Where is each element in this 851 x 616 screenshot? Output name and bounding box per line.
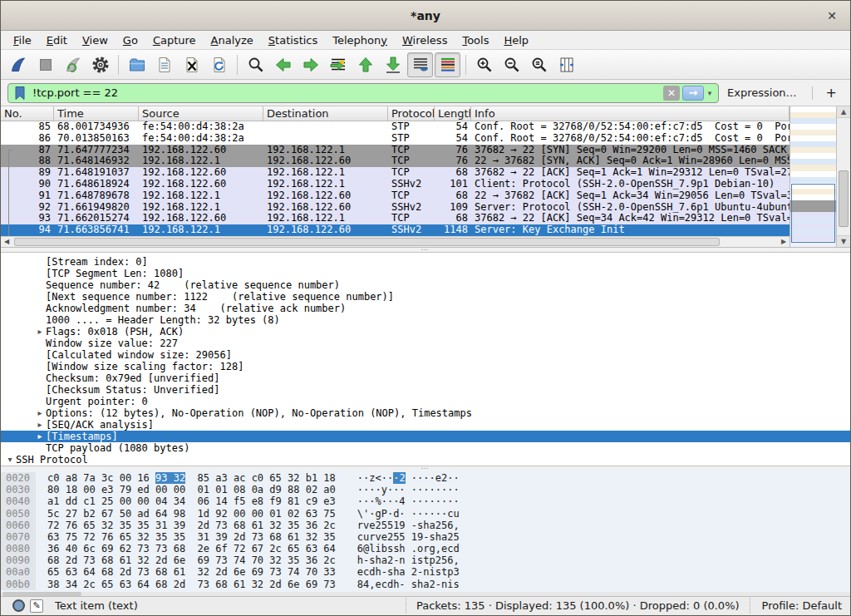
intelligent-scrollbar-minimap[interactable] [790, 106, 836, 247]
file-close-button[interactable] [179, 52, 204, 77]
colorize-button[interactable] [435, 52, 460, 77]
menu-analyze[interactable]: Analyze [204, 32, 261, 48]
column-header-dst[interactable]: Destination [263, 106, 388, 121]
menu-view[interactable]: View [75, 32, 116, 48]
menu-wireless[interactable]: Wireless [395, 32, 455, 48]
detail-line[interactable]: TCP payload (1080 bytes) [1, 442, 850, 454]
hex-hscrollbar[interactable] [1, 592, 850, 596]
filter-input[interactable]: !tcp.port == 22 ✕ → ▾ [7, 83, 719, 103]
hex-row-0070[interactable]: 007063 75 72 76 65 32 35 35 31 39 2d 73 … [1, 531, 850, 543]
go-forward-button[interactable] [298, 52, 323, 77]
hex-row-0080[interactable]: 008036 40 6c 69 62 73 73 68 2e 6f 72 67 … [1, 543, 850, 554]
detail-line[interactable]: [Window size scaling factor: 128] [1, 361, 850, 372]
expander-icon[interactable]: ▸ [34, 407, 46, 419]
menu-file[interactable]: File [6, 32, 39, 48]
detail-line[interactable]: [Calculated window size: 29056] [1, 349, 850, 361]
column-header-info[interactable]: Info [471, 106, 790, 121]
zoom-original-button[interactable] [526, 52, 552, 77]
hex-row-0030[interactable]: 003080 18 00 e3 79 ed 00 00 01 01 08 0a … [1, 484, 850, 495]
packet-row-90[interactable]: 9071.648618924192.168.122.60192.168.122.… [1, 179, 790, 190]
packet-row-94[interactable]: 9471.663856741192.168.122.1192.168.122.6… [1, 224, 790, 236]
expression-button[interactable]: Expression… [727, 86, 797, 99]
column-header-proto[interactable]: Protocol [388, 106, 435, 121]
resize-columns-button[interactable] [553, 52, 579, 77]
capture-comment-icon[interactable]: ✎ [30, 599, 43, 613]
packet-row-86[interactable]: 8670.013850163fe:54:00:d4:38:2aSTP54Conf… [1, 133, 790, 145]
menu-go[interactable]: Go [116, 32, 145, 48]
detail-line[interactable]: [Stream index: 0] [1, 256, 850, 268]
hex-row-0090[interactable]: 009068 2d 73 68 61 32 2d 6e 69 73 74 70 … [1, 554, 850, 566]
packet-row-92[interactable]: 9271.661949820192.168.122.1192.168.122.6… [1, 202, 790, 214]
filter-dropdown-icon[interactable]: ▾ [704, 89, 716, 97]
hex-row-0050[interactable]: 00505c 27 b2 67 50 ad 64 98 1d 92 00 00 … [1, 508, 850, 520]
vscroll-thumb[interactable] [839, 170, 849, 227]
auto-scroll-button[interactable] [407, 52, 433, 77]
detail-line[interactable]: ▸[SEQ/ACK analysis] [1, 419, 850, 431]
packet-row-88[interactable]: 8871.648146932192.168.122.1192.168.122.6… [1, 155, 790, 167]
menu-statistics[interactable]: Statistics [261, 32, 325, 48]
go-bottom-button[interactable] [380, 52, 406, 77]
hex-row-0060[interactable]: 006072 76 65 32 35 35 31 39 2d 73 68 61 … [1, 520, 850, 531]
scroll-down-icon[interactable]: ▼ [837, 235, 850, 247]
column-header-no[interactable]: No. [1, 106, 54, 121]
detail-line[interactable]: [Next sequence number: 1122 (relative se… [1, 291, 850, 303]
menu-edit[interactable]: Edit [39, 32, 75, 48]
find-packet-button[interactable] [243, 52, 268, 77]
file-save-button[interactable] [151, 52, 177, 77]
detail-line[interactable]: Acknowledgment number: 34 (relative ack … [1, 303, 850, 314]
capture-restart-button[interactable] [60, 52, 86, 77]
hex-row-00b0[interactable]: 00b038 34 2c 65 63 64 68 2d 73 68 61 32 … [1, 579, 850, 590]
zoom-out-button[interactable] [499, 52, 524, 77]
profile-button[interactable]: Profile: Default [750, 599, 845, 612]
filter-apply-icon[interactable]: → [682, 86, 704, 101]
bookmark-icon[interactable] [13, 86, 27, 101]
zoom-in-button[interactable] [471, 52, 497, 77]
expander-icon[interactable]: ▸ [34, 431, 46, 442]
expander-icon[interactable]: ▸ [34, 326, 46, 338]
detail-line[interactable]: 1000 .... = Header Length: 32 bytes (8) [1, 314, 850, 326]
go-to-packet-button[interactable] [325, 52, 351, 77]
column-header-src[interactable]: Source [139, 106, 263, 121]
go-back-button[interactable] [270, 52, 296, 77]
hscroll-thumb[interactable] [14, 238, 720, 246]
detail-line[interactable]: ▸Flags: 0x018 (PSH, ACK) [1, 326, 850, 338]
detail-line[interactable]: Sequence number: 42 (relative sequence n… [1, 279, 850, 291]
file-reload-button[interactable] [206, 52, 232, 77]
capture-stop-button[interactable] [32, 52, 58, 77]
close-icon[interactable]: ✕ [824, 7, 840, 24]
capture-options-button[interactable] [87, 52, 113, 77]
column-header-time[interactable]: Time [54, 106, 139, 121]
detail-line[interactable]: Window size value: 227 [1, 338, 850, 349]
hexscroll-thumb[interactable] [2, 592, 81, 596]
filter-value[interactable]: !tcp.port == 22 [27, 86, 663, 99]
detail-line[interactable]: [Checksum Status: Unverified] [1, 384, 850, 396]
hex-row-00a0[interactable]: 00a065 63 64 68 2d 73 68 61 32 2d 6e 69 … [1, 566, 850, 578]
packet-row-93[interactable]: 9371.662015274192.168.122.60192.168.122.… [1, 213, 790, 224]
detail-line[interactable]: [TCP Segment Len: 1080] [1, 268, 850, 279]
detail-line[interactable]: ▸[Timestamps] [1, 431, 850, 442]
capture-start-button[interactable] [5, 52, 31, 77]
column-header-len[interactable]: Length [435, 106, 471, 121]
packet-list-vscrollbar[interactable]: ▲ ▼ [836, 106, 850, 247]
packet-list-hscrollbar[interactable]: ◀ ▶ [1, 236, 790, 247]
packet-row-85[interactable]: 8568.001734936fe:54:00:d4:38:2aSTP54Conf… [1, 121, 790, 133]
detail-line[interactable]: Checksum: 0x79ed [unverified] [1, 372, 850, 384]
scroll-up-icon[interactable]: ▲ [837, 106, 850, 118]
expander-icon[interactable]: ▸ [34, 419, 46, 431]
packet-row-91[interactable]: 9171.648789678192.168.122.1192.168.122.6… [1, 190, 790, 202]
hex-row-0020[interactable]: 0020c0 a8 7a 3c 00 16 93 32 85 a3 ac c0 … [1, 472, 850, 484]
hex-row-0040[interactable]: 0040a1 dd c1 25 00 00 04 34 06 14 f5 e8 … [1, 495, 850, 507]
expander-icon[interactable]: ▾ [4, 454, 16, 466]
filter-clear-icon[interactable]: ✕ [663, 86, 680, 101]
file-open-button[interactable] [124, 52, 150, 77]
add-filter-button[interactable]: + [819, 85, 844, 101]
expert-info-icon[interactable] [12, 599, 25, 612]
minimap-viewport[interactable] [791, 184, 835, 243]
menu-help[interactable]: Help [496, 32, 536, 48]
scroll-left-icon[interactable]: ◀ [1, 238, 12, 245]
menu-telephony[interactable]: Telephony [325, 32, 395, 48]
vscroll-track[interactable] [837, 118, 850, 235]
menu-capture[interactable]: Capture [145, 32, 204, 48]
detail-line[interactable]: Urgent pointer: 0 [1, 396, 850, 407]
detail-line[interactable]: ▸Options: (12 bytes), No-Operation (NOP)… [1, 407, 850, 419]
